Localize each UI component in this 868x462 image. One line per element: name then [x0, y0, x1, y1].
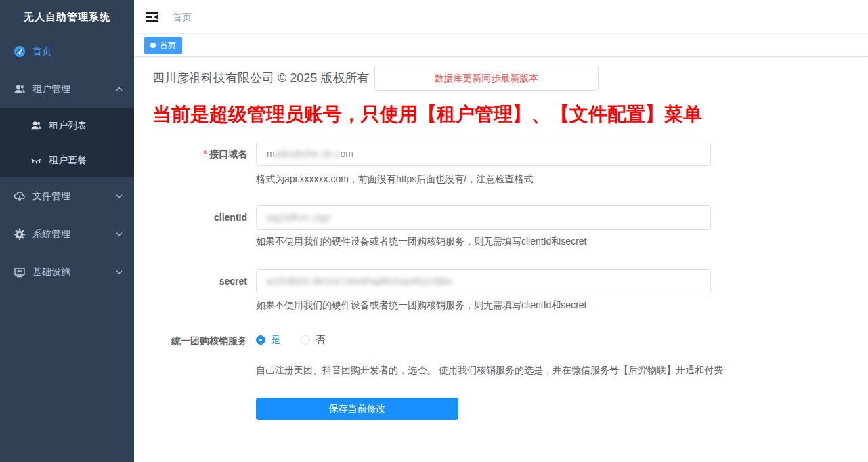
cloud-download-icon — [14, 190, 26, 203]
sidebar-item-label: 首页 — [32, 45, 51, 58]
tag-home[interactable]: 首页 — [144, 37, 182, 54]
sidebar-item-file-mgmt[interactable]: 文件管理 — [0, 177, 134, 215]
dashboard-icon — [14, 45, 26, 58]
top-navbar: 首页 — [134, 0, 868, 34]
radio-no-label: 否 — [316, 334, 325, 346]
app-window: 无人自助管理系统 首页 — [0, 0, 868, 462]
radio-yes-label: 是 — [271, 334, 280, 346]
secret-value-masked: a1f2db53-4b2ck7xbe6hqd8chxp4hj1r9jbn — [267, 276, 453, 287]
sidebar-item-tenant-mgmt[interactable]: 租户管理 — [0, 70, 134, 108]
chevron-up-icon — [116, 86, 122, 92]
users-icon — [30, 120, 42, 132]
sidebar-item-infrastructure[interactable]: 基础设施 — [0, 253, 134, 291]
eye-closed-icon — [30, 154, 42, 167]
required-asterisk: * — [204, 148, 207, 159]
tag-label: 首页 — [160, 40, 176, 51]
gear-icon — [14, 228, 26, 240]
users-icon — [14, 83, 26, 96]
sidebar: 无人自助管理系统 首页 — [0, 0, 134, 462]
db-sync-button[interactable]: 数据库更新同步最新版本 — [374, 66, 599, 91]
copyright-text: 四川彦祖科技有限公司 © 2025 版权所有 — [152, 70, 369, 86]
chevron-down-icon — [116, 269, 122, 275]
api-domain-value-masked: adusbche.sb.c — [275, 148, 341, 159]
save-button[interactable]: 保存当前修改 — [256, 398, 458, 420]
api-domain-label: *接口域名 — [139, 142, 247, 166]
sidebar-item-system-mgmt[interactable]: 系统管理 — [0, 215, 134, 253]
sidebar-item-label: 租户套餐 — [49, 154, 87, 167]
sidebar-item-label: 基础设施 — [32, 266, 70, 278]
api-domain-input[interactable]: madusbche.sb.com — [256, 142, 711, 166]
client-id-label: clientId — [139, 205, 247, 230]
radio-unselected-icon[interactable] — [301, 335, 310, 345]
chevron-down-icon — [116, 231, 122, 237]
sidebar-item-label: 系统管理 — [32, 228, 70, 240]
client-id-value-masked: wg2afkvn.zqyr — [267, 212, 332, 223]
sidebar-item-tenant-package[interactable]: 租户套餐 — [0, 143, 134, 177]
group-verify-label: 统一团购核销服务 — [139, 334, 247, 348]
sidebar-item-home[interactable]: 首页 — [0, 33, 134, 70]
chevron-down-icon — [116, 193, 122, 199]
sidebar-menu: 首页 租户管理 — [0, 33, 134, 291]
app-title: 无人自助管理系统 — [0, 0, 134, 34]
secret-input[interactable]: a1f2db53-4b2ck7xbe6hqd8chxp4hj1r9jbn — [256, 269, 711, 293]
active-tag-dot — [150, 43, 156, 48]
api-domain-value-suffix: om — [340, 148, 353, 159]
hamburger-menu-icon[interactable] — [144, 9, 159, 24]
radio-selected-icon[interactable] — [256, 335, 265, 345]
sidebar-submenu-tenant: 租户列表 租户套餐 — [0, 108, 134, 177]
api-domain-value-prefix: m — [267, 148, 275, 159]
sidebar-item-tenant-list[interactable]: 租户列表 — [0, 108, 134, 143]
group-verify-radio-group: 是 否 — [256, 334, 345, 346]
secret-help: 如果不使用我们的硬件设备或者统一团购核销服务，则无需填写clientId和sec… — [256, 298, 586, 312]
api-domain-help: 格式为api.xxxxxx.com，前面没有https后面也没有/，注意检查格式 — [256, 172, 533, 186]
client-id-input[interactable]: wg2afkvn.zqyr — [256, 205, 711, 230]
tags-view-bar: 首页 — [134, 34, 868, 57]
secret-label: secret — [139, 269, 247, 293]
sidebar-item-label: 租户列表 — [49, 120, 87, 132]
main-content: 四川彦祖科技有限公司 © 2025 版权所有 数据库更新同步最新版本 当前是超级… — [134, 58, 868, 462]
client-id-help: 如果不使用我们的硬件设备或者统一团购核销服务，则无需填写clientId和sec… — [256, 234, 586, 248]
super-admin-warning: 当前是超级管理员账号，只使用【租户管理】、【文件配置】菜单 — [152, 102, 702, 127]
breadcrumb[interactable]: 首页 — [173, 12, 192, 24]
group-verify-help: 自己注册美团、抖音团购开发者的，选否。 使用我们核销服务的选是，并在微信服务号【… — [256, 363, 723, 377]
radio-no[interactable]: 否 — [301, 334, 325, 346]
radio-yes[interactable]: 是 — [256, 334, 280, 346]
monitor-icon — [14, 266, 26, 278]
sidebar-item-label: 文件管理 — [32, 190, 70, 203]
sidebar-item-label: 租户管理 — [32, 83, 70, 96]
